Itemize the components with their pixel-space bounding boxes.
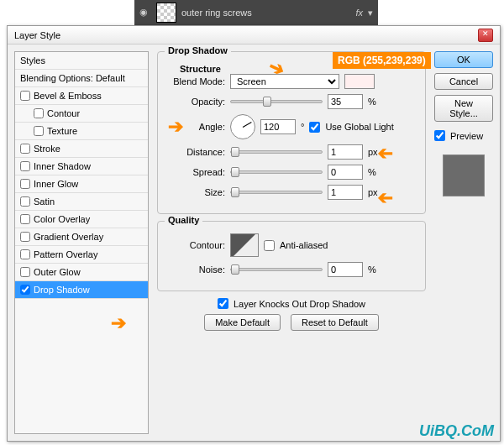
- size-unit: px: [368, 187, 378, 197]
- noise-label: Noise:: [166, 264, 225, 275]
- noise-input[interactable]: [328, 262, 363, 277]
- opacity-slider[interactable]: [230, 100, 323, 103]
- checkbox[interactable]: [20, 161, 30, 171]
- contour-label: Contour:: [166, 240, 225, 250]
- distance-input[interactable]: [328, 144, 363, 160]
- layer-style-dialog: Layer Style Styles Blending Options: Def…: [7, 25, 501, 442]
- shadow-color-swatch[interactable]: [344, 74, 375, 89]
- sidebar-item-inner-glow[interactable]: Inner Glow: [15, 175, 148, 193]
- quality-group: Quality Contour: Anti-aliased Noise: %: [157, 221, 426, 291]
- spread-input[interactable]: [328, 165, 363, 180]
- checkbox[interactable]: [20, 285, 30, 295]
- sidebar-item-pattern-overlay[interactable]: Pattern Overlay: [15, 246, 148, 264]
- spread-slider[interactable]: [230, 170, 323, 174]
- knockout-checkbox[interactable]: [218, 298, 228, 309]
- checkbox[interactable]: [20, 232, 30, 242]
- main-panel: Drop Shadow Structure Blend Mode: Screen…: [157, 51, 426, 434]
- checkbox[interactable]: [20, 267, 30, 277]
- noise-unit: %: [368, 264, 376, 275]
- preview-checkbox[interactable]: [434, 130, 445, 141]
- angle-label: Angle:: [166, 122, 225, 132]
- sidebar-item-contour[interactable]: Contour: [15, 105, 148, 123]
- angle-input[interactable]: [260, 119, 296, 134]
- checkbox[interactable]: [20, 179, 30, 189]
- size-input[interactable]: [328, 185, 363, 200]
- sidebar-item-stroke[interactable]: Stroke: [15, 140, 148, 158]
- checkbox[interactable]: [20, 214, 30, 224]
- noise-slider[interactable]: [230, 268, 323, 271]
- sidebar-item-outer-glow[interactable]: Outer Glow: [15, 264, 148, 281]
- opacity-input[interactable]: [328, 94, 363, 109]
- global-light-label: Use Global Light: [325, 122, 393, 132]
- spread-unit: %: [368, 167, 376, 177]
- titlebar: Layer Style: [8, 26, 500, 44]
- checkbox[interactable]: [20, 249, 30, 259]
- group-subtitle: Structure: [176, 64, 224, 74]
- structure-group: Drop Shadow Structure Blend Mode: Screen…: [157, 51, 426, 214]
- angle-dial[interactable]: [230, 114, 255, 139]
- opacity-label: Opacity:: [166, 97, 225, 107]
- checkbox[interactable]: [20, 196, 30, 207]
- quality-title: Quality: [165, 215, 202, 225]
- preview-label: Preview: [450, 131, 483, 141]
- sidebar-item-drop-shadow[interactable]: Drop Shadow: [15, 281, 148, 299]
- checkbox[interactable]: [34, 126, 44, 136]
- layer-thumbnail[interactable]: [156, 3, 176, 23]
- rgb-annotation: RGB (255,239,239): [333, 52, 431, 69]
- opacity-unit: %: [368, 97, 376, 107]
- antialiased-label: Anti-aliased: [280, 240, 328, 250]
- layer-name[interactable]: outer ring screws: [181, 8, 350, 18]
- contour-picker[interactable]: [230, 233, 259, 257]
- cancel-button[interactable]: Cancel: [434, 73, 493, 90]
- distance-unit: px: [368, 147, 378, 157]
- checkbox[interactable]: [20, 144, 30, 154]
- global-light-checkbox[interactable]: [309, 122, 320, 133]
- checkbox[interactable]: [20, 91, 30, 101]
- sidebar-item-blending[interactable]: Blending Options: Default: [15, 70, 148, 87]
- chevron-down-icon[interactable]: ▾: [368, 8, 373, 18]
- sidebar-item-color-overlay[interactable]: Color Overlay: [15, 211, 148, 228]
- sidebar-item-texture[interactable]: Texture: [15, 123, 148, 140]
- knockout-label: Layer Knocks Out Drop Shadow: [234, 299, 365, 309]
- close-icon[interactable]: [478, 29, 493, 42]
- watermark: UiBQ.CoM: [419, 422, 494, 440]
- make-default-button[interactable]: Make Default: [204, 314, 281, 331]
- reset-default-button[interactable]: Reset to Default: [291, 314, 379, 331]
- layers-panel: ◉ outer ring screws fx ▾: [134, 0, 378, 25]
- fx-badge[interactable]: fx: [355, 8, 363, 18]
- new-style-button[interactable]: New Style...: [434, 95, 493, 122]
- sidebar-item-bevel[interactable]: Bevel & Emboss: [15, 87, 148, 105]
- sidebar-item-gradient-overlay[interactable]: Gradient Overlay: [15, 228, 148, 246]
- group-title: Drop Shadow: [165, 45, 231, 55]
- spread-label: Spread:: [166, 167, 225, 177]
- checkbox[interactable]: [34, 108, 44, 118]
- distance-label: Distance:: [166, 147, 225, 157]
- sidebar-item-satin[interactable]: Satin: [15, 193, 148, 211]
- antialiased-checkbox[interactable]: [264, 240, 275, 251]
- blend-mode-select[interactable]: Screen: [230, 74, 339, 89]
- distance-slider[interactable]: [230, 150, 323, 154]
- right-column: OK Cancel New Style... Preview: [434, 51, 493, 434]
- ok-button[interactable]: OK: [434, 51, 493, 68]
- dialog-title: Layer Style: [14, 30, 60, 40]
- sidebar-item-styles[interactable]: Styles: [15, 52, 148, 70]
- angle-unit: °: [301, 122, 304, 132]
- styles-sidebar: Styles Blending Options: Default Bevel &…: [14, 51, 149, 434]
- blend-mode-label: Blend Mode:: [166, 76, 225, 86]
- sidebar-item-inner-shadow[interactable]: Inner Shadow: [15, 158, 148, 175]
- preview-swatch: [443, 154, 485, 196]
- size-label: Size:: [166, 187, 225, 197]
- size-slider[interactable]: [230, 191, 323, 194]
- visibility-icon[interactable]: ◉: [139, 7, 151, 18]
